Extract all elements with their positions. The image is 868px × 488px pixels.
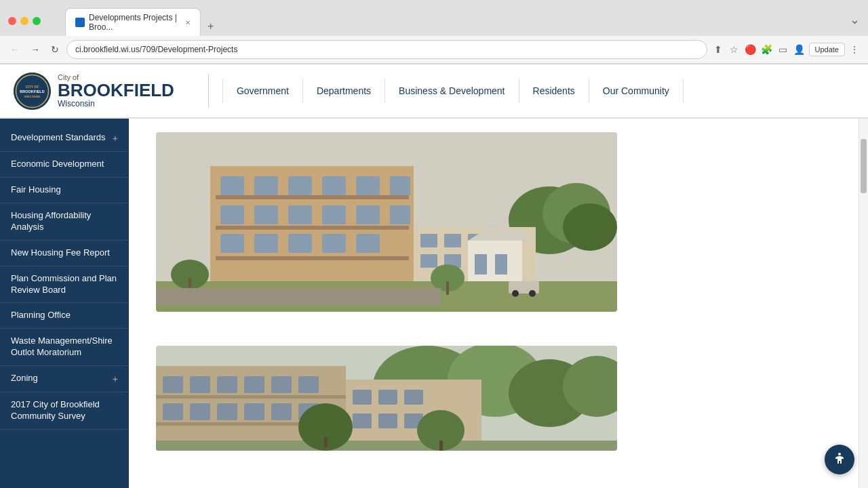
sidebar-item-zoning[interactable]: Zoning +	[0, 366, 129, 392]
sidebar-label: Economic Development	[11, 159, 104, 170]
share-icon[interactable]: ⬆	[711, 43, 725, 56]
active-tab[interactable]: Developments Projects | Broo... ✕	[65, 8, 201, 36]
svg-rect-78	[156, 441, 617, 451]
tab-close-button[interactable]: ✕	[185, 19, 191, 26]
back-button[interactable]: ←	[7, 42, 23, 57]
sidebar-item-development-standards[interactable]: Development Standards +	[0, 125, 129, 152]
update-button[interactable]: Update	[809, 43, 845, 56]
main-content	[129, 119, 859, 488]
maximize-window-button[interactable]	[33, 17, 41, 25]
sidebar-label: 2017 City of Brookfield Community Survey	[11, 399, 118, 422]
sidebar-item-planning-office[interactable]: Planning Office	[0, 303, 129, 329]
logo-text: City of BROOKFIELD Wisconsin	[58, 73, 174, 108]
svg-rect-16	[390, 176, 410, 195]
svg-rect-47	[156, 288, 441, 305]
sidebar-label: Fair Housing	[11, 184, 61, 196]
svg-text:BROOKFIELD: BROOKFIELD	[20, 89, 44, 94]
logo-area: CITY OF BROOKFIELD WISCONSIN City of BRO…	[14, 73, 174, 110]
svg-rect-11	[220, 176, 244, 195]
menu-icon[interactable]: ⋮	[848, 43, 861, 56]
sidebar-item-waste-management[interactable]: Waste Management/Shire Outlot Moratorium	[0, 329, 129, 366]
svg-rect-13	[288, 176, 312, 195]
svg-rect-66	[244, 403, 264, 420]
sidebar-toggle-icon[interactable]: ▭	[776, 43, 790, 56]
puzzle-icon[interactable]: 🧩	[760, 43, 774, 56]
browser-titlebar: Developments Projects | Broo... ✕ + ⌄	[0, 0, 868, 36]
sidebar-item-housing-affordability[interactable]: Housing Affordability Analysis	[0, 203, 129, 241]
browser-tab-bar: Developments Projects | Broo... ✕ +	[60, 5, 224, 36]
sidebar-item-plan-commission[interactable]: Plan Commission and Plan Review Board	[0, 266, 129, 304]
svg-rect-17	[220, 205, 244, 224]
nav-departments[interactable]: Departments	[303, 79, 385, 103]
svg-rect-32	[420, 234, 437, 247]
traffic-lights	[8, 17, 41, 25]
svg-rect-15	[356, 176, 380, 195]
header-divider	[208, 74, 209, 108]
svg-rect-30	[216, 256, 409, 260]
svg-rect-57	[163, 376, 183, 393]
content-area: Development Standards + Economic Develop…	[0, 119, 868, 488]
svg-rect-27	[356, 234, 380, 253]
svg-rect-75	[353, 413, 372, 428]
svg-text:WISCONSIN: WISCONSIN	[24, 95, 40, 98]
svg-rect-35	[420, 254, 437, 268]
svg-rect-21	[356, 205, 380, 224]
svg-rect-41	[495, 254, 507, 274]
scrollbar-thumb[interactable]	[861, 139, 867, 193]
close-window-button[interactable]	[8, 17, 16, 25]
accessibility-button[interactable]	[825, 445, 854, 474]
website: CITY OF BROOKFIELD WISCONSIN City of BRO…	[0, 64, 868, 488]
svg-rect-73	[378, 390, 397, 405]
svg-text:CITY OF: CITY OF	[26, 85, 39, 89]
sidebar-label: Zoning	[11, 373, 38, 384]
nav-business[interactable]: Business & Development	[385, 79, 519, 103]
bookmark-icon[interactable]: ☆	[728, 43, 741, 56]
reload-button[interactable]: ↻	[47, 42, 62, 57]
sidebar: Development Standards + Economic Develop…	[0, 119, 129, 488]
svg-rect-67	[271, 403, 292, 420]
sidebar-label: Plan Commission and Plan Review Board	[11, 273, 118, 296]
svg-rect-14	[322, 176, 346, 195]
window-menu-icon[interactable]: ⌄	[850, 12, 860, 30]
sidebar-label: Waste Management/Shire Outlot Moratorium	[11, 336, 118, 359]
city-name: BROOKFIELD	[58, 81, 174, 99]
address-bar[interactable]	[66, 40, 707, 59]
forward-button[interactable]: →	[27, 42, 43, 57]
profile-icon[interactable]: 👤	[793, 43, 806, 56]
svg-point-49	[512, 290, 519, 297]
svg-rect-62	[298, 376, 319, 393]
svg-rect-60	[244, 376, 264, 393]
sidebar-item-economic-development[interactable]: Economic Development	[0, 152, 129, 178]
expand-icon: +	[113, 132, 118, 144]
svg-rect-59	[217, 376, 237, 393]
page-scrollbar[interactable]	[859, 119, 868, 488]
svg-rect-76	[378, 413, 397, 428]
sidebar-label: Planning Office	[11, 310, 71, 321]
new-tab-button[interactable]: +	[202, 17, 219, 36]
svg-rect-64	[190, 403, 210, 420]
svg-point-50	[529, 290, 536, 297]
svg-rect-24	[254, 234, 278, 253]
nav-government[interactable]: Government	[222, 79, 303, 103]
extension-icon[interactable]: 🔴	[744, 43, 757, 56]
nav-residents[interactable]: Residents	[519, 79, 589, 103]
svg-rect-33	[444, 234, 461, 247]
svg-point-9	[563, 203, 617, 251]
site-header: CITY OF BROOKFIELD WISCONSIN City of BRO…	[0, 64, 868, 119]
toolbar-icons: ⬆ ☆ 🔴 🧩 ▭ 👤 Update ⋮	[711, 43, 861, 56]
tab-title: Developments Projects | Broo...	[89, 13, 178, 32]
svg-rect-26	[322, 234, 346, 253]
expand-icon: +	[113, 373, 118, 385]
sidebar-label: Development Standards	[11, 132, 105, 144]
svg-rect-20	[322, 205, 346, 224]
sidebar-item-community-survey[interactable]: 2017 City of Brookfield Community Survey	[0, 392, 129, 430]
svg-rect-74	[404, 390, 423, 405]
sidebar-item-housing-fee-report[interactable]: New Housing Fee Report	[0, 241, 129, 266]
minimize-window-button[interactable]	[20, 17, 28, 25]
sidebar-item-fair-housing[interactable]: Fair Housing	[0, 178, 129, 203]
content-spacer	[156, 332, 831, 346]
svg-rect-19	[288, 205, 312, 224]
project-image-1	[156, 132, 617, 312]
sidebar-label: New Housing Fee Report	[11, 247, 110, 259]
nav-community[interactable]: Our Community	[589, 79, 684, 103]
